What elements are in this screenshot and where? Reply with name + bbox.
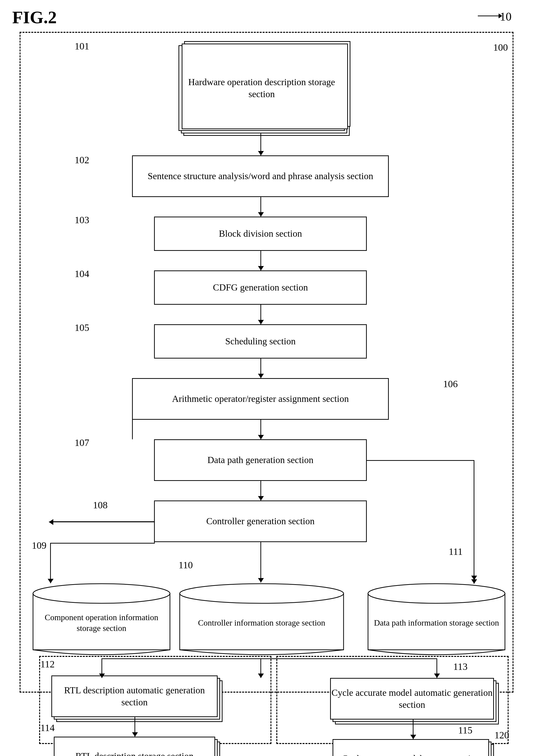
data-path-info-cylinder: Data path information storage section	[367, 583, 506, 658]
scheduling-box: Scheduling section	[154, 324, 367, 359]
label-120: 120	[494, 729, 509, 741]
component-op-cylinder: Component operation information storage …	[32, 583, 171, 658]
data-path-info-label: Data path information storage section	[371, 618, 502, 628]
arrow-102-103	[260, 197, 261, 217]
label-115: 115	[458, 724, 472, 736]
hw-storage-label: Hardware operation description storage s…	[179, 76, 344, 100]
svg-point-5	[180, 584, 344, 603]
controller-info-cylinder: Controller information storage section	[179, 583, 345, 658]
label-112: 112	[40, 658, 55, 670]
controller-gen-label: Controller generation section	[206, 515, 315, 527]
label-108: 108	[93, 499, 108, 511]
fig-number: 10	[500, 10, 512, 23]
label-109: 109	[32, 540, 47, 551]
arrow-103-104	[260, 251, 261, 270]
cycle-storage-label: Cycle accurate model storage section	[342, 753, 480, 756]
data-path-gen-label: Data path generation section	[207, 454, 314, 466]
svg-marker-1	[499, 14, 502, 18]
label-101: 101	[75, 40, 89, 52]
arrow-107-108	[260, 481, 261, 500]
label-104: 104	[75, 268, 89, 279]
controller-gen-box: Controller generation section	[154, 500, 367, 542]
label-114: 114	[40, 722, 55, 734]
arrow-rtl-auto-storage	[134, 717, 135, 737]
arithmetic-label: Arithmetic operator/register assignment …	[172, 393, 349, 405]
arrow-108-110	[260, 542, 261, 583]
arrow-105-106	[260, 359, 261, 378]
cdfg-label: CDFG generation section	[213, 281, 308, 293]
arithmetic-box: Arithmetic operator/register assignment …	[132, 378, 389, 420]
component-op-label: Component operation information storage …	[32, 612, 171, 633]
label-111: 111	[449, 546, 463, 557]
arrow-right-to-111	[474, 580, 474, 584]
arrow-110-rtl-h	[101, 658, 261, 659]
arrow-110-down	[260, 658, 261, 678]
arrow-104-105	[260, 305, 261, 324]
arrow-107-right	[367, 460, 474, 461]
arrow-cycle-auto-storage	[413, 720, 414, 739]
scheduling-label: Scheduling section	[225, 335, 296, 347]
label-113: 113	[453, 661, 468, 672]
label-105: 105	[75, 322, 89, 333]
arrow-107-down-right	[474, 460, 474, 580]
block-division-box: Block division section	[154, 217, 367, 251]
arrow-110-cycle-h	[261, 658, 437, 659]
cycle-storage-box: Cycle accurate model storage section	[333, 739, 489, 756]
h-arrow-to-109	[50, 521, 155, 522]
v-arrow-to-109	[50, 543, 51, 583]
label-103: 103	[75, 214, 89, 226]
sentence-label: Sentence structure analysis/word and phr…	[148, 170, 373, 182]
arrow-101-102	[260, 133, 261, 156]
hw-storage-box: Hardware operation description storage s…	[179, 45, 345, 131]
controller-info-label: Controller information storage section	[196, 618, 328, 628]
h-branch-left	[50, 543, 155, 544]
rtl-storage-box: RTL description storage section	[54, 737, 215, 756]
cycle-auto-box: Cycle accurate model automatic generatio…	[330, 678, 494, 720]
label-107: 107	[75, 437, 89, 449]
rtl-auto-box: RTL description automatic generation sec…	[51, 675, 218, 717]
cdfg-box: CDFG generation section	[154, 270, 367, 305]
arrow-109-rtl	[101, 658, 102, 678]
data-path-gen-box: Data path generation section	[154, 439, 367, 481]
v-branch-left	[154, 521, 155, 543]
svg-point-3	[33, 584, 170, 603]
label-110: 110	[179, 559, 193, 571]
label-102: 102	[75, 154, 89, 166]
block-division-label: Block division section	[219, 228, 302, 239]
fig-label: FIG.2	[12, 7, 57, 28]
label-106: 106	[443, 378, 458, 390]
arrow-106-107	[260, 420, 261, 439]
rtl-auto-label: RTL description automatic generation sec…	[52, 684, 217, 708]
sentence-box: Sentence structure analysis/word and phr…	[132, 156, 389, 197]
svg-point-7	[368, 584, 505, 603]
v-left-106	[132, 399, 133, 439]
label-100: 100	[493, 42, 508, 53]
arrow-111-cycle	[436, 658, 437, 678]
cycle-auto-label: Cycle accurate model automatic generatio…	[331, 687, 493, 711]
rtl-storage-label: RTL description storage section	[76, 750, 194, 756]
